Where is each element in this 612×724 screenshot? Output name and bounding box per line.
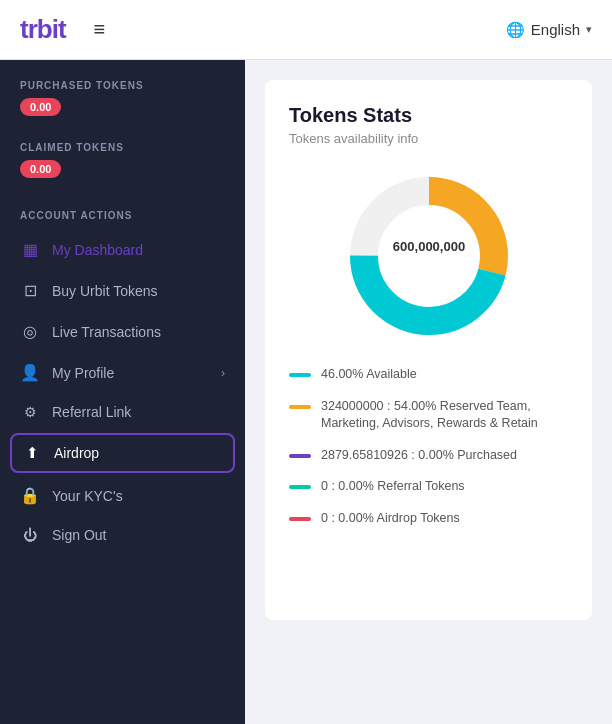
stats-card: Tokens Stats Tokens availability info 6 — [265, 80, 592, 620]
sidebar-item-buy-tokens[interactable]: ⊡ Buy Urbit Tokens — [0, 270, 245, 311]
account-actions-label: ACCOUNT ACTIONS — [0, 204, 245, 229]
sidebar-item-sign-out[interactable]: ⏻ Sign Out — [0, 516, 245, 554]
claimed-tokens-section: CLAIMED TOKENS 0.00 — [0, 142, 245, 204]
legend-item-referral: 0 : 0.00% Referral Tokens — [289, 478, 568, 496]
donut-center-label: 600,000,000 — [392, 239, 464, 254]
sidebar-item-referral-link[interactable]: ⚙ Referral Link — [0, 393, 245, 431]
sidebar-item-dashboard[interactable]: ▦ My Dashboard — [0, 229, 245, 270]
sidebar-item-airdrop[interactable]: ⬆ Airdrop — [10, 433, 235, 473]
claimed-tokens-value: 0.00 — [20, 160, 61, 178]
legend-color-reserved — [289, 405, 311, 409]
stats-subtitle: Tokens availability info — [289, 131, 568, 146]
kyc-icon: 🔒 — [20, 486, 40, 505]
legend-item-reserved: 324000000 : 54.00% Reserved Team, Market… — [289, 398, 568, 433]
sidebar-item-label: Referral Link — [52, 404, 225, 420]
language-selector[interactable]: 🌐 English ▾ — [506, 21, 592, 39]
sidebar-item-label: My Profile — [52, 365, 209, 381]
globe-icon: 🌐 — [506, 21, 525, 39]
sidebar-item-label: My Dashboard — [52, 242, 225, 258]
stats-title: Tokens Stats — [289, 104, 568, 127]
language-label: English — [531, 21, 580, 38]
legend-text-purchased: 2879.65810926 : 0.00% Purchased — [321, 447, 517, 465]
purchased-tokens-value: 0.00 — [20, 98, 61, 116]
main-layout: PURCHASED TOKENS 0.00 CLAIMED TOKENS 0.0… — [0, 60, 612, 724]
referral-icon: ⚙ — [20, 404, 40, 420]
legend-text-reserved: 324000000 : 54.00% Reserved Team, Market… — [321, 398, 568, 433]
my-profile-icon: 👤 — [20, 363, 40, 382]
legend-color-purchased — [289, 454, 311, 458]
donut-chart-container: 600,000,000 — [289, 166, 568, 346]
hamburger-icon[interactable]: ≡ — [94, 18, 106, 41]
sidebar-item-label: Live Transactions — [52, 324, 225, 340]
sign-out-icon: ⏻ — [20, 527, 40, 543]
live-transactions-icon: ◎ — [20, 322, 40, 341]
sidebar-item-my-profile[interactable]: 👤 My Profile › — [0, 352, 245, 393]
purchased-tokens-label: PURCHASED TOKENS — [20, 80, 225, 91]
legend-item-available: 46.00% Available — [289, 366, 568, 384]
sidebar-item-live-transactions[interactable]: ◎ Live Transactions — [0, 311, 245, 352]
sidebar: PURCHASED TOKENS 0.00 CLAIMED TOKENS 0.0… — [0, 60, 245, 724]
top-bar: trbit ≡ 🌐 English ▾ — [0, 0, 612, 60]
legend-color-airdrop — [289, 517, 311, 521]
dashboard-icon: ▦ — [20, 240, 40, 259]
logo: trbit — [20, 14, 66, 45]
sidebar-item-label: Sign Out — [52, 527, 225, 543]
legend-color-referral — [289, 485, 311, 489]
legend-color-available — [289, 373, 311, 377]
legend-text-available: 46.00% Available — [321, 366, 417, 384]
airdrop-icon: ⬆ — [22, 444, 42, 462]
legend-text-referral: 0 : 0.00% Referral Tokens — [321, 478, 465, 496]
donut-chart: 600,000,000 — [339, 166, 519, 346]
buy-tokens-icon: ⊡ — [20, 281, 40, 300]
claimed-tokens-label: CLAIMED TOKENS — [20, 142, 225, 153]
chevron-down-icon: ▾ — [586, 23, 592, 36]
sidebar-item-label: Buy Urbit Tokens — [52, 283, 225, 299]
logo-prefix: t — [20, 14, 28, 44]
logo-text: rbit — [28, 14, 66, 44]
sidebar-item-label: Your KYC's — [52, 488, 225, 504]
purchased-tokens-section: PURCHASED TOKENS 0.00 — [0, 80, 245, 142]
chevron-right-icon: › — [221, 366, 225, 380]
legend-item-airdrop: 0 : 0.00% Airdrop Tokens — [289, 510, 568, 528]
sidebar-item-kyc[interactable]: 🔒 Your KYC's — [0, 475, 245, 516]
legend-item-purchased: 2879.65810926 : 0.00% Purchased — [289, 447, 568, 465]
main-content: Tokens Stats Tokens availability info 6 — [245, 60, 612, 724]
legend-text-airdrop: 0 : 0.00% Airdrop Tokens — [321, 510, 460, 528]
sidebar-item-label: Airdrop — [54, 445, 223, 461]
chart-legend: 46.00% Available 324000000 : 54.00% Rese… — [289, 366, 568, 527]
